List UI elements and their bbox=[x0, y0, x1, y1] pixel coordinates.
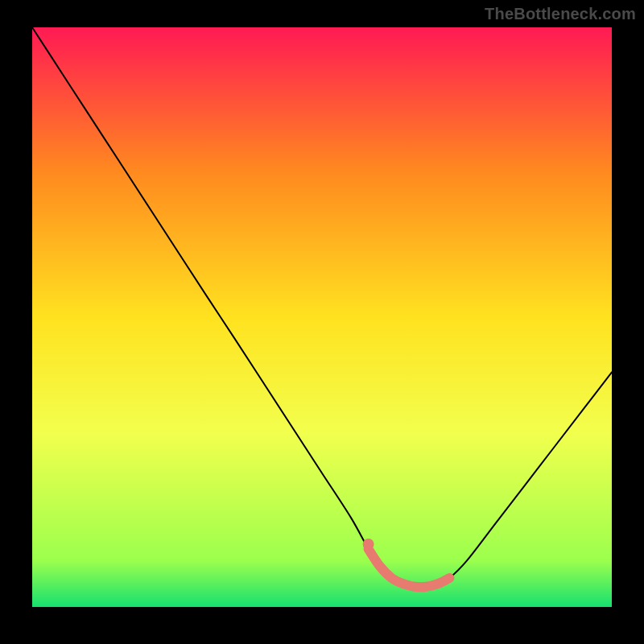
watermark-text: TheBottleneck.com bbox=[485, 5, 636, 23]
chart-stage: TheBottleneck.com bbox=[0, 0, 644, 644]
plot-area bbox=[32, 27, 612, 607]
gradient-background bbox=[32, 27, 612, 607]
plot-svg bbox=[32, 27, 612, 607]
highlight-start-dot bbox=[363, 539, 374, 550]
